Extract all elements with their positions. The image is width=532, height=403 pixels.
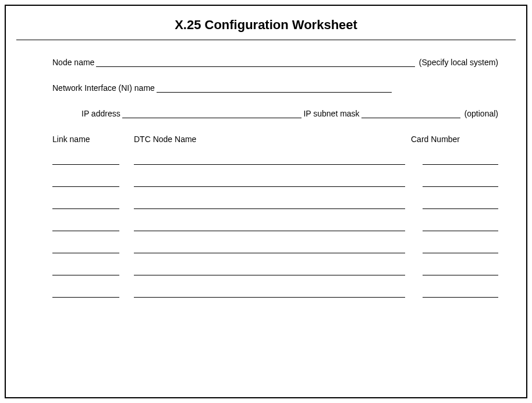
dtc-node-name-blank — [134, 201, 405, 209]
ip-address-label: IP address — [81, 109, 120, 118]
card-number-blank — [423, 267, 498, 275]
entry-row — [52, 289, 498, 298]
link-name-blank — [52, 157, 119, 165]
col-header-card-number: Card Number — [411, 135, 498, 144]
ip-subnet-label: IP subnet mask — [303, 109, 359, 118]
entry-row — [52, 223, 498, 231]
card-number-blank — [423, 289, 498, 298]
dtc-node-name-blank — [134, 157, 405, 165]
page-title: X.25 Configuration Worksheet — [16, 17, 516, 33]
node-name-label: Node name — [52, 58, 94, 67]
ip-hint: (optional) — [464, 109, 498, 118]
dtc-node-name-blank — [134, 223, 405, 231]
entry-row — [52, 179, 498, 187]
entry-row — [52, 157, 498, 165]
ni-name-label: Network Interface (NI) name — [52, 83, 155, 93]
link-name-blank — [52, 179, 119, 187]
col-header-link-name: Link name — [52, 135, 134, 144]
card-number-blank — [423, 201, 498, 209]
dtc-node-name-blank — [134, 245, 405, 253]
entry-row — [52, 267, 498, 275]
dtc-node-name-blank — [134, 267, 405, 275]
entry-row — [52, 245, 498, 253]
link-name-blank — [52, 201, 119, 209]
title-divider — [16, 40, 516, 40]
ip-address-blank — [122, 110, 302, 118]
ip-row: IP address IP subnet mask (optional) — [52, 109, 498, 118]
link-name-blank — [52, 223, 119, 231]
node-name-row: Node name (Specify local system) — [52, 58, 498, 67]
card-number-blank — [423, 223, 498, 231]
ni-name-row: Network Interface (NI) name — [52, 83, 498, 93]
dtc-node-name-blank — [134, 289, 405, 298]
card-number-blank — [423, 245, 498, 253]
dtc-node-name-blank — [134, 179, 405, 187]
link-name-blank — [52, 267, 119, 275]
link-name-blank — [52, 245, 119, 253]
card-number-blank — [423, 179, 498, 187]
entry-row — [52, 201, 498, 209]
card-number-blank — [423, 157, 498, 165]
ip-subnet-blank — [361, 110, 460, 118]
node-name-hint: (Specify local system) — [419, 58, 498, 67]
col-header-dtc-node-name: DTC Node Name — [134, 135, 411, 144]
link-name-blank — [52, 289, 119, 298]
entries-container — [52, 157, 498, 298]
ni-name-blank — [157, 84, 392, 93]
node-name-blank — [96, 59, 414, 67]
content-area: Node name (Specify local system) Network… — [16, 58, 516, 298]
columns-header: Link name DTC Node Name Card Number — [52, 135, 498, 144]
worksheet-container: X.25 Configuration Worksheet Node name (… — [5, 5, 527, 398]
